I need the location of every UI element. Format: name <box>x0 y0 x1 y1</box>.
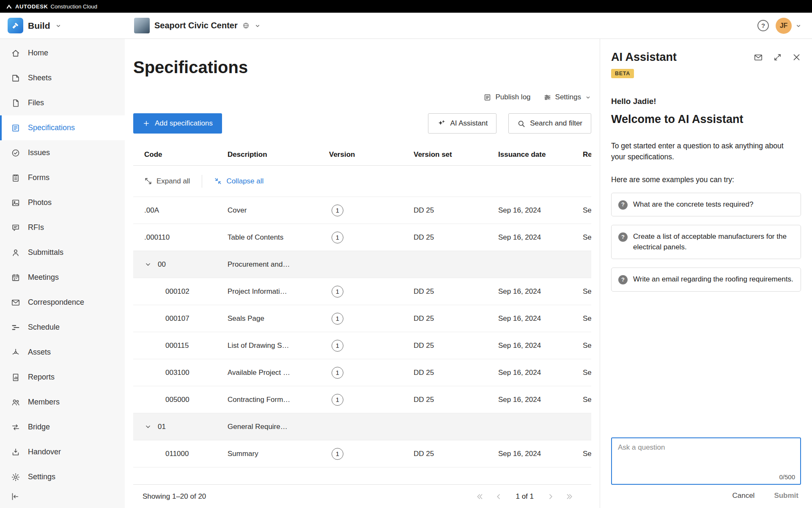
table-row[interactable]: 000102 Project Informati… 1 DD 25 Sep 16… <box>133 278 591 305</box>
sidebar-item-specifications[interactable]: Specifications <box>0 115 125 140</box>
version-badge[interactable]: 1 <box>332 232 343 243</box>
table-row[interactable]: 011000 Summary 1 DD 25 Sep 16, 2024 Se <box>133 440 591 467</box>
topbar: AUTODESK Construction Cloud <box>0 0 812 13</box>
publish-log-button[interactable]: Publish log <box>483 93 530 101</box>
schedule-icon <box>11 323 20 332</box>
ai-assistant-button[interactable]: AI Assistant <box>428 113 497 134</box>
cancel-button[interactable]: Cancel <box>730 491 757 500</box>
app-switcher[interactable]: Build <box>0 18 125 33</box>
search-icon <box>517 120 525 128</box>
globe-icon <box>242 22 250 29</box>
project-selector[interactable]: Seaport Civic Center <box>134 18 261 33</box>
expand-all-icon <box>144 177 152 185</box>
table-row[interactable]: .00A Cover 1 DD 25 Sep 16, 2024 Se <box>133 197 591 224</box>
sidebar-item-handover[interactable]: Handover <box>0 440 125 464</box>
row-truncated-cell: Se <box>583 396 591 404</box>
help-icon[interactable]: ? <box>757 20 769 31</box>
sidebar-item-correspondence[interactable]: Correspondence <box>0 290 125 315</box>
previous-page-icon[interactable] <box>494 492 503 501</box>
expand-all-button[interactable]: Expand all <box>144 177 190 186</box>
version-badge[interactable]: 1 <box>332 394 343 406</box>
column-truncated[interactable]: Re <box>583 150 591 159</box>
sidebar-item-settings[interactable]: Settings <box>0 464 125 489</box>
sidebar-item-label: Settings <box>28 472 55 481</box>
chevron-down-icon[interactable] <box>144 261 152 268</box>
table-group-row[interactable]: 01 General Require… <box>133 413 591 440</box>
greeting: Hello Jadie! <box>611 97 801 106</box>
next-page-icon[interactable] <box>546 492 555 501</box>
chevron-down-icon <box>254 22 261 29</box>
home-icon <box>11 49 20 58</box>
sidebar-item-label: Specifications <box>28 123 75 132</box>
version-badge[interactable]: 1 <box>332 367 343 379</box>
settings-button[interactable]: Settings <box>543 93 591 101</box>
account-menu[interactable]: JF <box>776 18 802 34</box>
sidebar-item-label: Files <box>28 98 44 107</box>
row-version-set: DD 25 <box>414 369 498 377</box>
group-code: 00 <box>158 260 166 269</box>
pagination: 1 of 1 <box>476 492 591 501</box>
row-truncated-cell: Se <box>583 233 591 242</box>
close-icon[interactable] <box>792 53 801 62</box>
ai-example-question[interactable]: ? Write an email regarding the roofing r… <box>611 268 801 292</box>
table-row[interactable]: 003100 Available Project … 1 DD 25 Sep 1… <box>133 359 591 386</box>
email-icon[interactable] <box>754 53 763 62</box>
row-code: .000110 <box>133 233 228 242</box>
version-badge[interactable]: 1 <box>332 313 343 325</box>
row-issuance-date: Sep 16, 2024 <box>498 450 583 458</box>
version-badge[interactable]: 1 <box>332 205 343 216</box>
ai-example-question[interactable]: ? What are the concrete tests required? <box>611 193 801 217</box>
add-specifications-button[interactable]: Add specifications <box>133 113 222 134</box>
submit-button[interactable]: Submit <box>771 491 801 500</box>
sidebar-item-bridge[interactable]: Bridge <box>0 415 125 440</box>
group-code: 01 <box>158 423 166 431</box>
sidebar-item-meetings[interactable]: Meetings <box>0 265 125 290</box>
sidebar-item-sheets[interactable]: Sheets <box>0 66 125 90</box>
sidebar-item-schedule[interactable]: Schedule <box>0 315 125 340</box>
column-code[interactable]: Code <box>133 150 228 159</box>
expand-panel-icon[interactable] <box>773 53 782 62</box>
column-issuance-date[interactable]: Issuance date <box>498 150 583 159</box>
last-page-icon[interactable] <box>565 492 573 501</box>
row-code: 000102 <box>133 287 228 296</box>
sidebar-item-label: Issues <box>28 148 50 157</box>
sidebar-item-forms[interactable]: Forms <box>0 165 125 190</box>
column-version-set[interactable]: Version set <box>414 150 498 159</box>
table-row[interactable]: 005000 Contracting Form… 1 DD 25 Sep 16,… <box>133 386 591 413</box>
column-version[interactable]: Version <box>329 150 414 159</box>
sidebar-item-label: Members <box>28 398 60 407</box>
search-and-filter-button[interactable]: Search and filter <box>508 113 591 134</box>
column-description[interactable]: Description <box>228 150 329 159</box>
correspondence-icon <box>11 298 20 307</box>
chevron-down-icon[interactable] <box>144 423 152 431</box>
sidebar-item-submittals[interactable]: Submittals <box>0 240 125 265</box>
sidebar-item-issues[interactable]: Issues <box>0 140 125 165</box>
sparkle-icon <box>437 119 445 128</box>
divider <box>202 175 202 188</box>
sidebar-item-rfis[interactable]: RFIs <box>0 215 125 240</box>
main-content: Specifications Publish log Settings Add … <box>125 39 600 508</box>
table-row[interactable]: 000115 List of Drawing S… 1 DD 25 Sep 16… <box>133 332 591 359</box>
group-description: General Require… <box>228 423 329 431</box>
sidebar-item-home[interactable]: Home <box>0 41 125 66</box>
collapse-sidebar-icon[interactable] <box>10 492 19 501</box>
version-badge[interactable]: 1 <box>332 448 343 460</box>
table-row[interactable]: 000107 Seals Page 1 DD 25 Sep 16, 2024 S… <box>133 305 591 332</box>
ask-question-input[interactable] <box>612 438 800 484</box>
version-badge[interactable]: 1 <box>332 286 343 298</box>
sidebar-item-reports[interactable]: Reports <box>0 365 125 390</box>
sidebar-item-members[interactable]: Members <box>0 390 125 415</box>
ai-example-question[interactable]: ? Create a list of acceptable manufactur… <box>611 225 801 259</box>
row-description: List of Drawing S… <box>228 341 329 350</box>
table-row[interactable]: .000110 Table of Contents 1 DD 25 Sep 16… <box>133 224 591 251</box>
sidebar-item-assets[interactable]: Assets <box>0 340 125 365</box>
row-version-set: DD 25 <box>414 341 498 350</box>
sidebar-item-photos[interactable]: Photos <box>0 190 125 215</box>
sidebar-item-files[interactable]: Files <box>0 90 125 115</box>
version-badge[interactable]: 1 <box>332 340 343 352</box>
row-description: Seals Page <box>228 314 329 323</box>
first-page-icon[interactable] <box>476 492 484 501</box>
collapse-all-button[interactable]: Collapse all <box>214 177 263 186</box>
specifications-icon <box>11 123 20 133</box>
table-group-row[interactable]: 00 Procurement and… <box>133 251 591 278</box>
